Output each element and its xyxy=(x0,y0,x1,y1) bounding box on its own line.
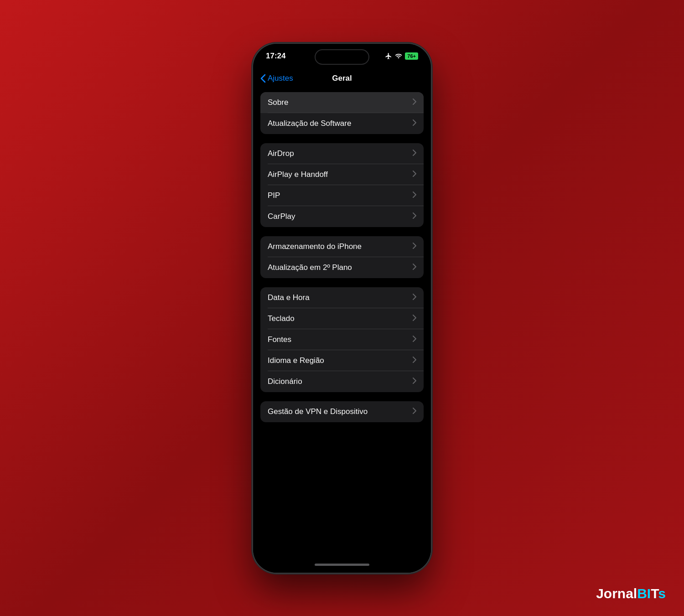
status-icons: 76+ xyxy=(385,52,418,60)
settings-item-fontes[interactable]: Fontes xyxy=(260,329,424,350)
settings-item-gestao-vpn[interactable]: Gestão de VPN e Dispositivo xyxy=(260,401,424,422)
chevron-right-icon xyxy=(413,212,416,221)
status-time: 17:24 xyxy=(266,52,285,61)
settings-item-airplay-handoff[interactable]: AirPlay e Handoff xyxy=(260,164,424,185)
settings-item-dicionario[interactable]: Dicionário xyxy=(260,371,424,392)
settings-group-2: AirDrop AirPlay e Handoff PIP xyxy=(260,143,424,227)
settings-item-atualizacao-plano[interactable]: Atualização em 2º Plano xyxy=(260,257,424,278)
watermark-text: JornalBITs xyxy=(596,586,666,601)
phone-frame: 17:24 76+ Ajustes Geral xyxy=(253,44,431,573)
settings-group-1: Sobre Atualização de Software xyxy=(260,92,424,134)
chevron-right-icon xyxy=(413,242,416,251)
chevron-right-icon xyxy=(413,191,416,200)
status-bar: 17:24 76+ xyxy=(253,44,431,68)
settings-item-label: Atualização de Software xyxy=(268,119,351,128)
chevron-right-icon xyxy=(413,149,416,158)
dynamic-island xyxy=(315,49,369,65)
chevron-right-icon xyxy=(413,314,416,323)
settings-item-label: Dicionário xyxy=(268,377,302,386)
settings-item-idioma-regiao[interactable]: Idioma e Região xyxy=(260,350,424,371)
chevron-right-icon xyxy=(413,170,416,179)
settings-item-label: AirDrop xyxy=(268,149,294,158)
wifi-icon xyxy=(395,52,402,60)
settings-item-label: Teclado xyxy=(268,314,295,323)
settings-item-label: Armazenamento do iPhone xyxy=(268,242,362,251)
chevron-right-icon xyxy=(413,293,416,302)
chevron-right-icon xyxy=(413,407,416,416)
settings-item-label: Idioma e Região xyxy=(268,356,324,365)
chevron-right-icon xyxy=(413,263,416,272)
chevron-right-icon xyxy=(413,98,416,107)
settings-item-label: Fontes xyxy=(268,335,291,344)
settings-item-label: Gestão de VPN e Dispositivo xyxy=(268,407,368,416)
settings-item-label: PIP xyxy=(268,191,280,200)
home-bar xyxy=(253,557,431,573)
settings-item-label: Data e Hora xyxy=(268,293,310,302)
airplane-icon xyxy=(385,52,392,60)
settings-item-sobre[interactable]: Sobre xyxy=(260,92,424,113)
settings-item-label: AirPlay e Handoff xyxy=(268,170,328,179)
settings-item-atualizacao-software[interactable]: Atualização de Software xyxy=(260,113,424,134)
settings-item-data-hora[interactable]: Data e Hora xyxy=(260,287,424,308)
settings-list: Sobre Atualização de Software AirDrop xyxy=(253,87,431,557)
settings-group-5: Gestão de VPN e Dispositivo xyxy=(260,401,424,422)
chevron-right-icon xyxy=(413,335,416,344)
settings-group-4: Data e Hora Teclado Fontes xyxy=(260,287,424,392)
nav-bar: Ajustes Geral xyxy=(253,68,431,87)
settings-item-pip[interactable]: PIP xyxy=(260,185,424,206)
page-title: Geral xyxy=(332,74,352,83)
settings-item-label: Sobre xyxy=(268,98,288,107)
settings-item-label: Atualização em 2º Plano xyxy=(268,263,352,272)
back-label: Ajustes xyxy=(268,74,293,83)
watermark: JornalBITs xyxy=(596,586,666,601)
settings-group-3: Armazenamento do iPhone Atualização em 2… xyxy=(260,236,424,278)
settings-item-teclado[interactable]: Teclado xyxy=(260,308,424,329)
chevron-right-icon xyxy=(413,119,416,128)
chevron-right-icon xyxy=(413,356,416,365)
chevron-right-icon xyxy=(413,377,416,386)
battery-indicator: 76+ xyxy=(405,52,418,60)
settings-item-carplay[interactable]: CarPlay xyxy=(260,206,424,227)
screen-content: Ajustes Geral Sobre Atualização de Softw… xyxy=(253,68,431,573)
home-indicator[interactable] xyxy=(315,564,369,566)
settings-item-airdrop[interactable]: AirDrop xyxy=(260,143,424,164)
chevron-left-icon xyxy=(260,74,266,83)
settings-item-armazenamento[interactable]: Armazenamento do iPhone xyxy=(260,236,424,257)
back-button[interactable]: Ajustes xyxy=(260,74,293,83)
settings-item-label: CarPlay xyxy=(268,212,295,221)
